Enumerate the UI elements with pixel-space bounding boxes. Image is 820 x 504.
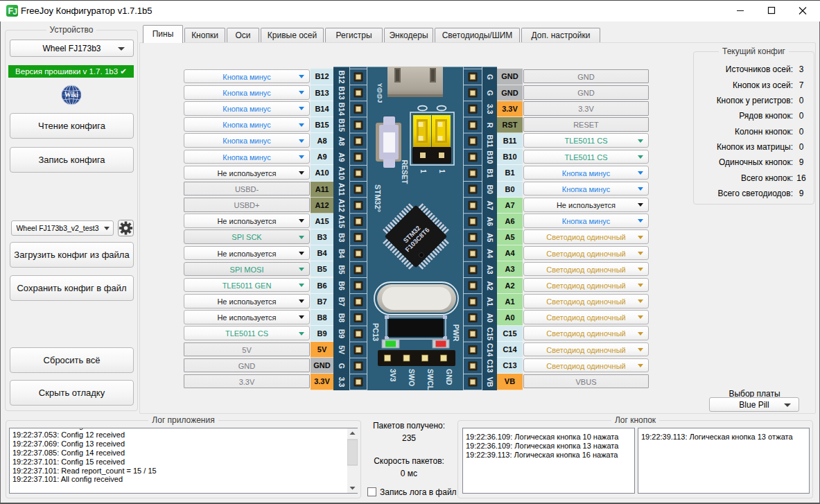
svg-text:C14: C14	[486, 343, 494, 356]
svg-text:A15: A15	[338, 215, 346, 228]
svg-text:Wiki: Wiki	[64, 92, 78, 98]
svg-text:B6: B6	[338, 281, 346, 290]
svg-text:B0: B0	[486, 184, 494, 194]
svg-text:C15: C15	[486, 327, 494, 340]
svg-text:A9: A9	[338, 153, 346, 162]
svg-text:B15: B15	[338, 119, 346, 132]
svg-text:VB: VB	[486, 377, 494, 388]
svg-text:1: 1	[419, 169, 427, 173]
svg-text:A6: A6	[486, 217, 494, 227]
svg-text:A1: A1	[486, 297, 494, 306]
svg-text:B13: B13	[338, 86, 346, 99]
svg-text:3.3: 3.3	[338, 377, 346, 388]
svg-text:B12: B12	[338, 70, 346, 83]
svg-text:B11: B11	[486, 134, 494, 148]
svg-text:SWO: SWO	[408, 369, 416, 386]
svg-text:A7: A7	[486, 201, 494, 211]
svg-text:Y@@J: Y@@J	[376, 83, 383, 103]
svg-text:B9: B9	[338, 329, 346, 339]
svg-text:A5: A5	[486, 233, 494, 243]
svg-text:R: R	[486, 123, 494, 128]
svg-text:G: G	[486, 74, 494, 80]
svg-text:B10: B10	[486, 150, 494, 164]
svg-text:GND: GND	[445, 369, 453, 385]
svg-text:A0: A0	[486, 313, 494, 323]
svg-text:A8: A8	[338, 137, 346, 146]
svg-text:SWCLK: SWCLK	[426, 369, 435, 390]
svg-text:B14: B14	[338, 103, 346, 116]
svg-text:A12: A12	[338, 199, 346, 212]
svg-text:RESET: RESET	[401, 159, 409, 184]
svg-text:C13: C13	[486, 359, 494, 372]
svg-text:B8: B8	[338, 313, 346, 323]
svg-text:A10: A10	[338, 166, 346, 180]
svg-text:3.3: 3.3	[486, 104, 494, 114]
svg-text:PC13: PC13	[372, 323, 380, 341]
svg-text:G: G	[486, 90, 494, 96]
svg-text:B7: B7	[338, 297, 346, 306]
svg-text:3V3: 3V3	[389, 369, 397, 382]
svg-text:A3: A3	[486, 265, 494, 275]
svg-text:B1: B1	[486, 168, 494, 178]
svg-text:B3: B3	[338, 233, 346, 243]
svg-text:J: J	[12, 7, 17, 17]
svg-text:5V: 5V	[338, 345, 346, 354]
svg-text:A4: A4	[486, 249, 494, 259]
svg-text:A2: A2	[486, 281, 494, 290]
svg-text:G: G	[338, 363, 346, 369]
svg-text:1: 1	[438, 169, 446, 173]
svg-text:A11: A11	[338, 183, 346, 196]
svg-text:B5: B5	[338, 265, 346, 275]
svg-text:PWR: PWR	[452, 324, 460, 342]
svg-text:B4: B4	[338, 249, 346, 259]
svg-text:STM32°: STM32°	[374, 184, 382, 212]
